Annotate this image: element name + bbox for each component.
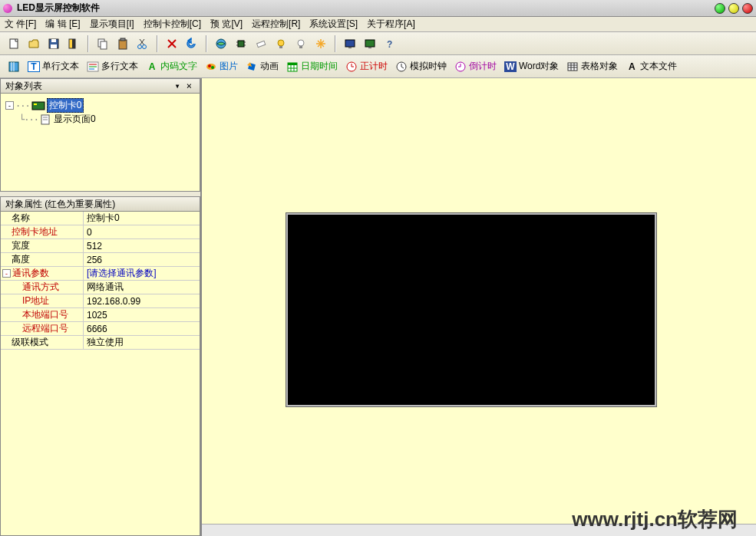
window-title: LED显示屏控制软件 [17,2,715,15]
tb-count-up[interactable]: 正计时 [342,58,391,74]
svg-rect-26 [299,46,302,48]
cut-icon[interactable] [134,35,152,53]
prop-comm-key[interactable]: -通讯参数 [1,267,84,280]
tree-root-node[interactable]: - ··· 控制卡0 [5,98,195,113]
menu-system[interactable]: 系统设置[S] [309,18,358,31]
tree-page-label[interactable]: 显示页面0 [52,113,97,126]
globe-icon[interactable] [212,35,230,53]
close-button[interactable] [742,3,753,14]
svg-rect-34 [368,47,371,48]
tb-inner-code-text[interactable]: A内码文字 [143,58,200,74]
svg-rect-48 [288,63,297,65]
svg-rect-31 [345,40,355,47]
tb-table-object[interactable]: 表格对象 [563,58,621,74]
tb-text-file[interactable]: A文本文件 [622,58,680,74]
svg-rect-3 [51,44,57,48]
pin-icon[interactable]: ▾ [172,81,183,91]
svg-point-43 [206,64,216,70]
prop-method-key: 通讯方式 [1,281,84,294]
menu-card[interactable]: 控制卡控制[C] [144,18,201,31]
app-icon [3,4,12,13]
svg-point-44 [208,64,211,67]
paste-icon[interactable] [114,35,132,53]
open-file-icon[interactable] [25,35,43,53]
tb-datetime[interactable]: 日期时间 [283,58,341,74]
prop-lport-key: 本地端口号 [1,308,84,321]
prop-width-key: 宽度 [1,239,84,252]
prop-method-val[interactable]: 网络通讯 [84,281,200,294]
tb-library-icon[interactable] [5,59,23,74]
monitor-blue-icon[interactable] [341,35,359,53]
svg-point-45 [211,66,214,69]
tree-root-label[interactable]: 控制卡0 [47,98,84,113]
property-grid[interactable]: 名称控制卡0 控制卡地址0 宽度512 高度256 -通讯参数[请选择通讯参数]… [0,212,200,536]
maximize-button[interactable] [728,3,739,14]
tree-page-node[interactable]: └··· 显示页面0 [19,113,195,126]
undo-icon[interactable] [183,35,201,53]
tb-analog-clock[interactable]: 模拟时钟 [392,58,450,74]
object-tree[interactable]: - ··· 控制卡0 └··· 显示页面0 [0,94,200,192]
bulb-on-icon[interactable] [272,35,290,53]
bulb-off-icon[interactable] [292,35,310,53]
svg-rect-0 [10,39,18,48]
menu-file[interactable]: 文 件[F] [5,18,36,31]
svg-rect-32 [348,47,352,48]
prop-cascade-key: 级联模式 [1,336,84,349]
save-icon[interactable] [45,35,63,53]
monitor-green-icon[interactable] [361,35,379,53]
prop-height-key: 高度 [1,253,84,266]
menu-edit[interactable]: 编 辑 [E] [45,18,80,31]
page-icon [40,114,51,125]
svg-rect-17 [238,41,244,47]
prop-comm-val[interactable]: [请选择通讯参数] [84,267,200,280]
object-props-header: 对象属性 (红色为重要属性) [0,196,200,212]
tb-word-object[interactable]: WWord对象 [501,58,562,74]
svg-rect-67 [34,104,37,105]
menu-bar: 文 件[F] 编 辑 [E] 显示项目[I] 控制卡控制[C] 预 览[V] 远… [0,17,756,32]
object-toolbar: T单行文本 多行文本 A内码文字 图片 动画 日期时间 正计时 模拟时钟 倒计时… [0,55,756,78]
eraser-icon[interactable] [252,35,270,53]
minimize-button[interactable] [715,3,725,14]
svg-rect-66 [32,102,45,110]
svg-rect-61 [568,63,577,71]
prop-rport-val[interactable]: 6666 [84,324,200,334]
prop-name-val[interactable]: 控制卡0 [84,212,200,225]
menu-remote[interactable]: 远程控制[R] [252,18,300,31]
svg-point-25 [298,40,304,46]
prop-addr-key: 控制卡地址 [1,225,84,238]
canvas-area[interactable] [202,78,756,536]
menu-project[interactable]: 显示项目[I] [90,18,134,31]
svg-rect-9 [120,38,125,41]
sparkle-icon[interactable] [312,35,330,53]
prop-cascade-val[interactable]: 独立使用 [84,336,200,349]
led-preview[interactable] [286,213,656,406]
tb-count-down[interactable]: 倒计时 [451,58,500,74]
panel-close-icon[interactable]: × [183,81,195,91]
exit-icon[interactable] [64,35,83,53]
prop-ip-key: IP地址 [1,294,84,307]
chip-icon[interactable] [232,35,250,53]
prop-width-val[interactable]: 512 [84,241,200,252]
svg-rect-8 [119,40,127,49]
svg-rect-2 [51,39,56,42]
tb-multi-line-text[interactable]: 多行文本 [84,58,141,74]
svg-rect-24 [279,46,282,48]
new-file-icon[interactable] [5,35,23,53]
menu-about[interactable]: 关于程序[A] [367,18,415,31]
prop-rport-key: 远程端口号 [1,322,84,335]
tb-animation[interactable]: 动画 [243,58,282,74]
prop-ip-val[interactable]: 192.168.0.99 [84,296,200,307]
copy-icon[interactable] [94,35,112,53]
prop-addr-val[interactable]: 0 [84,227,200,238]
tb-single-line-text[interactable]: T单行文本 [25,58,82,74]
prop-height-val[interactable]: 256 [84,255,200,265]
tree-collapse-icon[interactable]: - [5,101,14,110]
main-toolbar: ? [0,32,756,55]
tb-picture[interactable]: 图片 [202,58,241,74]
delete-icon[interactable] [163,35,181,53]
prop-lport-val[interactable]: 1025 [84,310,200,321]
menu-preview[interactable]: 预 览[V] [210,18,243,31]
svg-rect-33 [365,40,375,47]
tree-expand-icon[interactable]: - [2,269,11,278]
help-icon[interactable]: ? [381,35,399,53]
